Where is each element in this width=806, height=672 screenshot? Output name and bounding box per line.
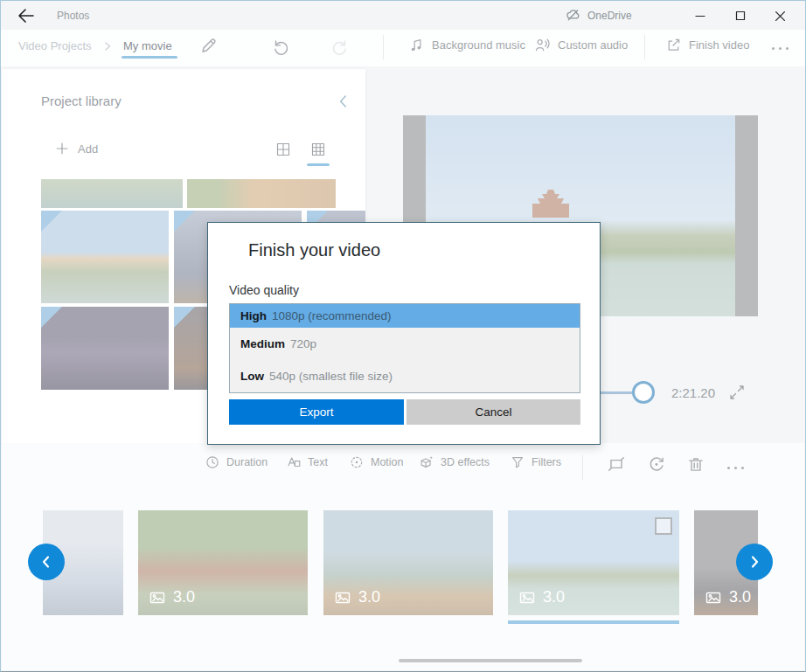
back-arrow-icon: [19, 10, 33, 22]
view-small-grid-button[interactable]: [309, 141, 329, 160]
library-thumbnail[interactable]: [41, 211, 169, 303]
image-icon: [705, 589, 722, 606]
onedrive-label: OneDrive: [587, 10, 632, 22]
filmstrip-scroll-right-button[interactable]: [736, 544, 773, 580]
clip-duration-value: 3.0: [729, 588, 751, 606]
seek-handle[interactable]: [632, 381, 655, 404]
photos-app-window: Photos OneDrive Video Projects My movie: [0, 0, 806, 672]
fullscreen-button[interactable]: [728, 384, 747, 403]
motion-button[interactable]: Motion: [349, 454, 404, 470]
trash-icon: [690, 459, 702, 470]
rotate-button[interactable]: [647, 454, 668, 475]
option-detail: 540p (smallest file size): [269, 370, 393, 383]
duration-label: Duration: [226, 456, 268, 468]
more-icon: [725, 456, 746, 479]
option-name: Medium: [240, 337, 285, 350]
expand-icon: [731, 386, 743, 398]
add-label: Add: [78, 142, 98, 156]
3d-effects-button[interactable]: 3D effects: [419, 454, 490, 470]
library-thumbnail[interactable]: [41, 307, 169, 390]
selected-clip-underline: [508, 620, 679, 624]
active-view-underline: [307, 163, 330, 166]
3d-effects-label: 3D effects: [441, 456, 490, 468]
music-note-icon: [408, 37, 425, 53]
3d-effects-icon: [419, 454, 434, 470]
background-music-label: Background music: [432, 38, 525, 52]
video-quality-label: Video quality: [229, 283, 299, 297]
chevron-left-icon: [341, 96, 346, 107]
quality-option-medium[interactable]: Medium 720p: [230, 328, 580, 360]
title-bar: Photos OneDrive: [1, 1, 805, 30]
library-thumbnail[interactable]: [41, 179, 183, 208]
undo-icon: [275, 41, 288, 54]
library-thumbnail[interactable]: [187, 179, 336, 208]
background-music-button[interactable]: Background music: [408, 37, 525, 53]
more-clip-options-button[interactable]: [725, 456, 746, 477]
motion-icon: [349, 454, 365, 470]
clip-duration-badge: 3.0: [149, 588, 195, 606]
rotate-icon: [650, 458, 663, 470]
quality-option-high[interactable]: High 1080p (recommended): [230, 304, 580, 328]
duration-button[interactable]: Duration: [205, 454, 268, 470]
custom-audio-button[interactable]: Custom audio: [534, 37, 628, 53]
breadcrumb-my-movie[interactable]: My movie: [123, 39, 172, 52]
video-quality-listbox: High 1080p (recommended) Medium 720p Low…: [229, 303, 580, 393]
finish-video-button[interactable]: Finish video: [665, 37, 749, 53]
rename-button[interactable]: [198, 37, 221, 59]
clip-duration-value: 3.0: [543, 588, 565, 606]
pencil-icon: [203, 39, 215, 52]
storyboard-clip-3[interactable]: 3.0: [323, 510, 493, 615]
clip-duration-badge: 3.0: [705, 588, 751, 606]
collapse-panel-button[interactable]: [334, 92, 353, 111]
back-button[interactable]: [15, 5, 38, 26]
text-button[interactable]: Text: [286, 454, 328, 470]
export-button[interactable]: Export: [229, 399, 404, 425]
storyboard-clip-4-selected[interactable]: 3.0: [508, 510, 679, 615]
breadcrumb-chevron-icon: [102, 40, 113, 52]
minimize-button[interactable]: [687, 4, 713, 27]
delete-button[interactable]: [686, 454, 707, 475]
breadcrumb-video-projects[interactable]: Video Projects: [18, 39, 92, 52]
custom-audio-icon: [534, 37, 551, 53]
close-button[interactable]: [767, 4, 793, 27]
maximize-button[interactable]: [727, 4, 754, 27]
motion-label: Motion: [371, 456, 404, 468]
filters-button[interactable]: Filters: [510, 454, 561, 470]
storyboard-clip-2[interactable]: 3.0: [138, 510, 308, 615]
cancel-button[interactable]: Cancel: [406, 399, 580, 425]
resize-button[interactable]: [607, 454, 628, 475]
option-name: Low: [240, 370, 264, 383]
clip-toolbar-separator: [582, 455, 583, 480]
dialog-title: Finish your video: [248, 240, 380, 260]
close-icon: [775, 11, 784, 20]
breadcrumb-active-underline: [122, 56, 177, 59]
clip-duration-badge: 3.0: [518, 588, 565, 606]
current-time: 2:21.20: [671, 385, 715, 400]
onedrive-cloud-icon: [565, 7, 581, 24]
undo-button[interactable]: [271, 37, 294, 59]
clip-duration-value: 3.0: [173, 588, 195, 606]
clip-duration-value: 3.0: [358, 588, 380, 606]
text-label: Text: [308, 456, 328, 468]
quality-option-low[interactable]: Low 540p (smallest file size): [230, 360, 580, 392]
onedrive-status[interactable]: OneDrive: [565, 7, 632, 24]
option-detail: 720p: [290, 337, 316, 350]
clip-toolbar: Duration Text Motion 3D effects Filters: [1, 454, 805, 481]
seek-bar: [601, 391, 633, 394]
finish-video-icon: [665, 37, 682, 53]
image-icon: [518, 589, 536, 606]
image-icon: [149, 589, 166, 606]
chevron-left-icon: [44, 558, 48, 567]
clip-duration-badge: 3.0: [334, 588, 380, 606]
filters-label: Filters: [532, 456, 561, 468]
image-icon: [334, 589, 351, 606]
clip-select-checkbox[interactable]: [655, 517, 672, 535]
redo-button[interactable]: [330, 37, 353, 59]
view-large-grid-button[interactable]: [274, 141, 294, 160]
text-icon: [286, 454, 302, 470]
see-more-button[interactable]: [768, 37, 791, 59]
more-icon: [768, 37, 791, 59]
add-button[interactable]: Add: [54, 141, 98, 156]
filmstrip-scroll-left-button[interactable]: [28, 544, 65, 580]
horizontal-scrollbar[interactable]: [399, 659, 582, 662]
